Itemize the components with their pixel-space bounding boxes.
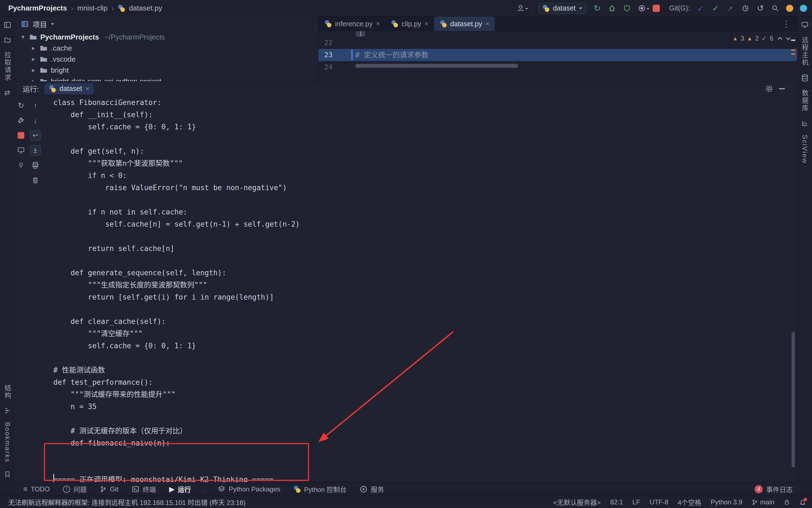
profiler-icon[interactable] xyxy=(623,3,631,13)
tool-python-packages[interactable]: Python Packages xyxy=(218,485,280,493)
tree-item[interactable]: ▸ bright-data-serp-api-python-project xyxy=(15,76,318,81)
stop-icon[interactable] xyxy=(18,132,24,139)
more-icon[interactable]: ⋮ xyxy=(782,19,791,29)
close-icon[interactable]: × xyxy=(425,20,428,28)
wrench-icon[interactable] xyxy=(16,115,26,126)
tree-item[interactable]: ▸ .cache xyxy=(15,43,318,54)
line-number[interactable]: 23 xyxy=(319,49,355,61)
search-everywhere-icon[interactable] xyxy=(771,3,779,13)
horizontal-scrollbar[interactable] xyxy=(355,64,518,68)
down-stack-trace-icon[interactable]: ↓ xyxy=(30,115,41,126)
line-number[interactable]: 22 xyxy=(319,37,355,49)
tool-database[interactable]: 数据库 xyxy=(800,90,810,112)
settings-gear-icon[interactable] xyxy=(765,85,773,93)
bookmark-icon[interactable] xyxy=(4,470,11,478)
tab-inference-py[interactable]: inference.py × xyxy=(319,16,386,31)
update-project-icon[interactable]: ↓ xyxy=(694,2,707,15)
git-branch-widget[interactable]: main xyxy=(752,498,774,506)
restore-layout-icon[interactable] xyxy=(16,145,26,156)
history-icon[interactable] xyxy=(741,3,750,13)
ai-assistant-icon[interactable] xyxy=(800,5,807,12)
rollback-icon[interactable]: ↺ xyxy=(756,3,764,13)
tool-remote-host[interactable]: 远程主机 xyxy=(800,37,810,66)
push-icon[interactable]: ↑ xyxy=(724,2,737,15)
line-number[interactable]: 24 xyxy=(319,61,355,73)
tool-label: Python Packages xyxy=(229,485,280,493)
chevron-right-icon[interactable]: ▸ xyxy=(31,55,37,63)
pin-icon[interactable] xyxy=(16,160,26,171)
up-stack-trace-icon[interactable]: ↑ xyxy=(30,100,41,111)
chevron-down-icon[interactable]: ▾ xyxy=(20,34,26,41)
tool-run[interactable]: ▶ 运行 xyxy=(169,484,191,494)
tool-problems[interactable]: ! 问题 xyxy=(63,484,87,494)
inspections-widget[interactable]: ▲ 3 ▲ 2 ✓ 6 xyxy=(732,35,790,42)
notifications-icon[interactable] xyxy=(799,499,806,506)
left-tool-strip: 拉取请求 ⇄ 结构 Bookmarks xyxy=(0,16,15,482)
tool-pull-requests[interactable]: 拉取请求 xyxy=(2,51,12,81)
rerun-icon[interactable]: ↻ xyxy=(16,100,26,111)
tree-item-label: bright-data-serp-api-python-project xyxy=(51,77,161,82)
tool-structure[interactable]: 结构 xyxy=(2,384,12,399)
coverage-icon[interactable] xyxy=(638,3,646,13)
remote-host-icon[interactable] xyxy=(801,21,809,29)
tool-terminal[interactable]: 终端 xyxy=(132,484,156,494)
caret-position-widget[interactable]: 82:1 xyxy=(610,498,623,506)
default-server-widget[interactable]: <无默认服务器> xyxy=(553,497,601,507)
interpreter-widget[interactable]: Python 3.9 xyxy=(711,498,743,506)
folder-tool-icon[interactable] xyxy=(4,37,11,44)
structure-icon[interactable] xyxy=(4,407,11,414)
sciview-icon[interactable] xyxy=(801,120,808,127)
clear-console-icon[interactable] xyxy=(30,175,41,185)
lock-icon[interactable] xyxy=(784,499,790,506)
database-icon[interactable] xyxy=(801,74,809,82)
run-tool-window: 运行: dataset × ↻ xyxy=(15,81,797,482)
tree-root[interactable]: ▾ PycharmProjects ~/PycharmProjects xyxy=(15,32,318,43)
scroll-to-end-icon[interactable] xyxy=(30,145,41,156)
print-icon[interactable] xyxy=(30,160,41,171)
soft-wrap-icon[interactable]: ↩ xyxy=(30,130,41,141)
commit-icon[interactable]: ✓ xyxy=(712,3,720,13)
tree-item[interactable]: ▸ bright xyxy=(15,65,318,76)
debug-icon[interactable] xyxy=(608,3,616,13)
breadcrumb-project[interactable]: PycharmProjects xyxy=(8,4,67,12)
tree-item[interactable]: ▸ .vscode xyxy=(15,54,318,65)
tab-dataset-py[interactable]: dataset.py × xyxy=(434,16,495,31)
run-config-select[interactable]: dataset xyxy=(538,3,586,14)
run-tab-dataset[interactable]: dataset × xyxy=(44,83,94,94)
tool-sciview[interactable]: SciView xyxy=(801,135,809,164)
vcs-tool-icon[interactable]: ⇄ xyxy=(4,89,10,96)
editor[interactable]: ] 22 23 # 定义统一的请求参数 24 ▲ 3 ▲ 2 ✓ 6 xyxy=(319,31,797,81)
tab-clip-py[interactable]: clip.py × xyxy=(386,16,434,31)
minimize-icon[interactable] xyxy=(779,88,785,89)
close-icon[interactable]: × xyxy=(376,20,380,28)
tool-services[interactable]: 服务 xyxy=(360,484,384,494)
tool-bookmarks[interactable]: Bookmarks xyxy=(4,422,11,463)
breadcrumb-file[interactable]: dataset.py xyxy=(129,4,162,12)
notification-icon[interactable] xyxy=(786,5,793,12)
line-ending-widget[interactable]: LF xyxy=(632,498,640,506)
chevron-down-icon[interactable] xyxy=(51,23,54,27)
tool-git[interactable]: Git xyxy=(100,485,118,493)
event-log[interactable]: 4 事件日志 xyxy=(755,484,793,494)
chevron-right-icon[interactable]: ▸ xyxy=(31,67,37,74)
user-icon[interactable] xyxy=(517,3,525,13)
chevron-right-icon[interactable]: ▸ xyxy=(31,78,37,81)
tool-todo[interactable]: ≡ TODO xyxy=(23,485,50,493)
close-icon[interactable]: × xyxy=(485,20,489,28)
stop-icon[interactable] xyxy=(653,5,660,12)
tool-python-console[interactable]: Python 控制台 xyxy=(294,484,346,494)
encoding-widget[interactable]: UTF-8 xyxy=(650,498,668,506)
indent-widget[interactable]: 4个空格 xyxy=(678,497,701,507)
project-panel-title[interactable]: 项目 xyxy=(33,19,47,29)
prev-problem-icon[interactable] xyxy=(778,37,782,42)
project-tool-icon[interactable] xyxy=(4,21,11,29)
breadcrumb-folder[interactable]: mnist-clip xyxy=(77,4,108,12)
rerun-icon[interactable]: ↻ xyxy=(593,3,601,13)
chevron-right-icon[interactable]: ▸ xyxy=(31,44,37,52)
next-problem-icon[interactable] xyxy=(786,36,791,40)
packages-icon xyxy=(218,485,225,493)
run-body: ↻ ↑ ↓ ↩ xyxy=(15,96,797,482)
tree-item-label: .cache xyxy=(51,44,72,52)
console-scrollbar[interactable] xyxy=(792,332,795,467)
close-icon[interactable]: × xyxy=(85,85,89,93)
